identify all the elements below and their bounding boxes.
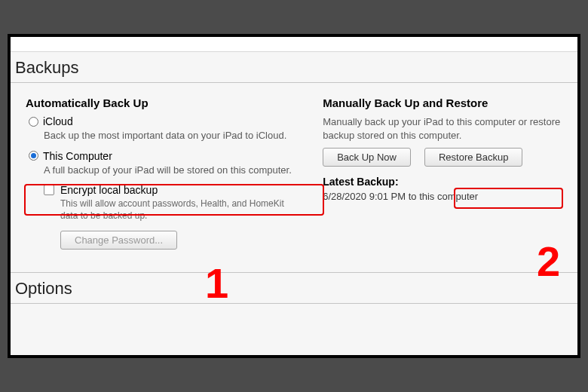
manual-desc: Manually back up your iPad to this compu…	[323, 115, 570, 142]
radio-icloud[interactable]: iCloud	[29, 115, 300, 127]
section-backups-header: Backups	[11, 52, 577, 82]
section-options-header: Options	[11, 273, 577, 303]
encrypt-label: Encrypt local backup	[60, 184, 158, 196]
divider	[11, 303, 577, 304]
manual-heading: Manually Back Up and Restore	[323, 96, 570, 109]
icloud-desc: Back up the most important data on your …	[44, 129, 300, 142]
radio-this-computer-label: This Computer	[43, 150, 112, 162]
auto-backup-heading: Automatically Back Up	[26, 96, 300, 109]
encrypt-checkbox-row[interactable]: Encrypt local backup	[44, 184, 300, 196]
latest-backup-label: Latest Backup:	[323, 176, 570, 188]
radio-icloud-input[interactable]	[29, 117, 38, 127]
radio-icloud-label: iCloud	[43, 115, 73, 127]
restore-backup-button[interactable]: Restore Backup	[424, 148, 523, 167]
backup-settings-panel: Backups Automatically Back Up iCloud Bac…	[11, 37, 577, 355]
change-password-button[interactable]: Change Password...	[60, 231, 177, 250]
encrypt-checkbox[interactable]	[44, 185, 54, 195]
this-computer-desc: A full backup of your iPad will be store…	[44, 164, 300, 177]
backup-now-button[interactable]: Back Up Now	[323, 148, 411, 167]
encrypt-desc: This will allow account passwords, Healt…	[60, 198, 300, 222]
latest-backup-value: 6/28/2020 9:01 PM to this computer	[323, 191, 570, 202]
radio-this-computer[interactable]: This Computer	[29, 150, 300, 162]
radio-this-computer-input[interactable]	[29, 151, 38, 161]
manual-backup-column: Manually Back Up and Restore Manually ba…	[315, 96, 570, 250]
auto-backup-column: Automatically Back Up iCloud Back up the…	[26, 96, 300, 250]
top-strip	[11, 37, 577, 52]
